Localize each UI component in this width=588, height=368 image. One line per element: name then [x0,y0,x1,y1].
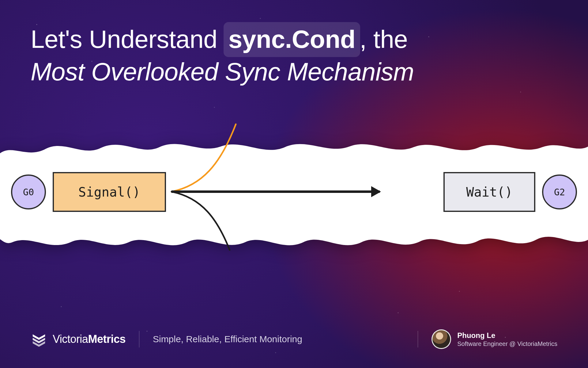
tagline: Simple, Reliable, Efficient Monitoring [153,334,302,344]
page-title: Let's Understand sync.Cond, the Most Ove… [31,24,551,87]
wait-box: Wait() [443,172,535,212]
brand-name-regular: Victoria [53,333,88,345]
title-prefix: Let's Understand [31,25,224,53]
author-text: Phuong Le Software Engineer @ VictoriaMe… [457,331,557,347]
author-block: Phuong Le Software Engineer @ VictoriaMe… [432,329,557,349]
title-suffix: , the [360,25,408,53]
divider [139,331,139,347]
title-highlight: sync.Cond [224,24,360,56]
brand: VictoriaMetrics [31,331,126,347]
goroutine-node-g2: G2 [542,174,577,209]
signal-box: Signal() [53,172,166,212]
author-name: Phuong Le [457,331,557,340]
arrow-right-icon [172,190,380,193]
branch-lines [165,127,276,244]
divider [418,331,418,347]
diagram: G0 Signal() Wait() G2 [0,164,588,222]
brand-name: VictoriaMetrics [53,333,126,346]
brand-logo-icon [31,331,47,347]
brand-name-bold: Metrics [88,333,126,345]
goroutine-node-g0: G0 [11,174,46,209]
diagram-strip: G0 Signal() Wait() G2 [0,132,588,255]
avatar [432,329,451,349]
footer: VictoriaMetrics Simple, Reliable, Effici… [31,329,557,349]
title-line-2: Most Overlooked Sync Mechanism [31,56,551,87]
author-role: Software Engineer @ VictoriaMetrics [457,340,557,347]
